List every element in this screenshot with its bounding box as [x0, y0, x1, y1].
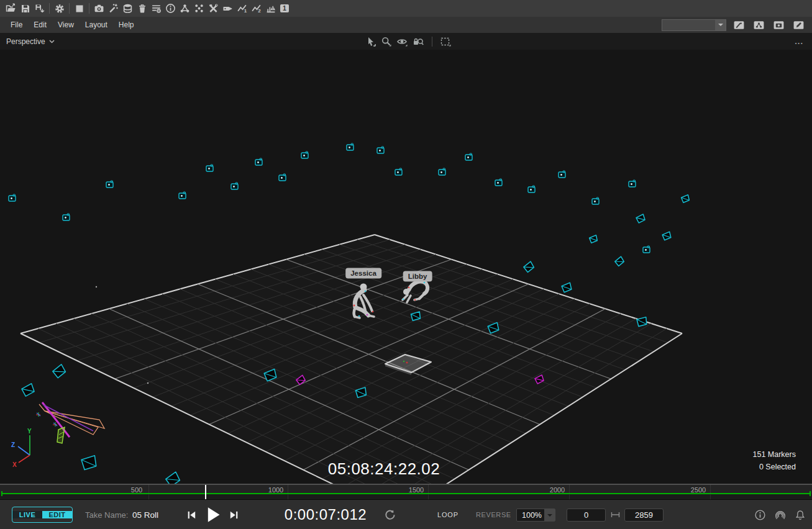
data-streaming-icon[interactable]: [121, 1, 135, 16]
labeling-tag-icon[interactable]: [221, 1, 235, 16]
range-end-input[interactable]: [624, 509, 664, 522]
stop-rectangle-icon[interactable]: [72, 1, 86, 16]
tools-icon[interactable]: [206, 1, 221, 16]
scene-canvas[interactable]: Y Z X: [0, 33, 812, 484]
playback-speed-select[interactable]: 100%: [516, 509, 555, 522]
stray-marker-dot: [96, 286, 97, 287]
skeleton-label-libby[interactable]: Libby: [403, 271, 432, 282]
skip-to-end-button[interactable]: [229, 500, 239, 529]
live-edit-toggle[interactable]: LIVE EDIT: [12, 507, 73, 523]
timeline-tick-mark: [288, 485, 288, 499]
calibration-wand-icon[interactable]: [106, 1, 121, 16]
rigid-body-marker[interactable]: [614, 256, 625, 267]
chevron-down-icon[interactable]: [715, 20, 726, 30]
live-mode-button[interactable]: LIVE: [12, 511, 42, 518]
info-icon[interactable]: [163, 1, 178, 16]
save-icon[interactable]: [18, 1, 32, 16]
rigid-body-marker[interactable]: [22, 384, 35, 397]
timeline-playhead[interactable]: [205, 485, 206, 499]
chevron-down-icon[interactable]: [544, 509, 555, 521]
playback-timecode: 0:00:07:012: [278, 500, 373, 529]
camera-marker[interactable]: [255, 158, 262, 165]
layout-dropdown[interactable]: [662, 19, 726, 31]
view-selector[interactable]: Perspective: [0, 37, 55, 46]
camera-marker[interactable]: [106, 181, 113, 188]
menu-view[interactable]: View: [52, 20, 80, 29]
camera-marker[interactable]: [465, 153, 472, 160]
timeline-tick-mark: [428, 485, 429, 499]
timeline-ruler[interactable]: 5001000150020002500: [0, 484, 812, 499]
skip-to-start-button[interactable]: [186, 500, 197, 529]
camera-marker[interactable]: [279, 174, 286, 181]
panel-wand-icon[interactable]: [732, 18, 746, 32]
camera-marker[interactable]: [63, 214, 70, 220]
builder-network-icon[interactable]: [178, 1, 192, 16]
camera-marker[interactable]: [643, 246, 650, 253]
chevron-down-icon: [49, 40, 55, 43]
axis-z-label: Z: [11, 441, 15, 448]
rigid-body-marker[interactable]: [165, 471, 180, 484]
camera-marker[interactable]: [528, 186, 535, 192]
rigid-body-marker[interactable]: [52, 364, 66, 379]
camera-marker[interactable]: [206, 165, 213, 171]
zoom-magnifier-icon[interactable]: [381, 36, 392, 47]
camera-icon[interactable]: [92, 1, 106, 16]
marquee-select-icon[interactable]: [440, 36, 452, 47]
viewport-overflow-menu[interactable]: ...: [795, 33, 803, 50]
info-icon[interactable]: [754, 509, 766, 521]
play-button[interactable]: [205, 500, 221, 529]
select-cursor-icon[interactable]: [365, 36, 376, 47]
viewport-toolbar-separator: [432, 37, 432, 47]
take-name-value[interactable]: 05 Roll: [132, 500, 158, 529]
camera-marker[interactable]: [347, 143, 354, 150]
camera-marker[interactable]: [377, 147, 384, 153]
camera-marker[interactable]: [179, 192, 186, 199]
camera-marker[interactable]: [231, 183, 238, 189]
menu-edit[interactable]: Edit: [28, 20, 52, 29]
reverse-toggle[interactable]: REVERSE: [476, 500, 511, 529]
rigid-body-marker[interactable]: [523, 261, 535, 273]
graph-1-icon[interactable]: 1: [235, 1, 249, 16]
status-badge[interactable]: 1: [280, 4, 289, 12]
rigid-body-marker[interactable]: [80, 454, 98, 472]
refresh-cycle-icon[interactable]: [384, 500, 396, 529]
rigid-body-marker[interactable]: [681, 194, 690, 203]
panel-builder-icon[interactable]: [752, 18, 766, 32]
camera-marker[interactable]: [9, 194, 16, 201]
list-settings-icon[interactable]: [149, 1, 163, 16]
camera-marker[interactable]: [629, 180, 636, 187]
range-start-input[interactable]: [567, 509, 606, 522]
camera-marker[interactable]: [559, 171, 565, 178]
camera-marker[interactable]: [439, 168, 445, 175]
menu-help[interactable]: Help: [113, 20, 140, 29]
panel-camera-icon[interactable]: [772, 18, 786, 32]
rigid-body-marker[interactable]: [636, 214, 645, 223]
panel-edit-icon[interactable]: [791, 18, 806, 32]
save-increment-icon[interactable]: [32, 1, 47, 16]
viewport-3d[interactable]: Perspective ...: [0, 33, 812, 484]
menu-file[interactable]: File: [5, 20, 28, 29]
rigid-body-marker[interactable]: [561, 282, 572, 292]
menu-layout[interactable]: Layout: [80, 20, 113, 29]
delete-bin-icon[interactable]: [135, 1, 149, 16]
axis-gizmo: Y Z X: [11, 428, 32, 468]
markers-scatter-icon[interactable]: [192, 1, 206, 16]
graph-2-icon[interactable]: 2: [249, 1, 263, 16]
edit-mode-button[interactable]: EDIT: [42, 511, 72, 518]
rigid-body-marker[interactable]: [662, 232, 672, 241]
settings-gear-icon[interactable]: [52, 1, 66, 16]
timeline-track: [0, 494, 812, 499]
skeleton-label-jessica[interactable]: Jessica: [345, 268, 381, 279]
loop-toggle[interactable]: LOOP: [437, 500, 458, 529]
camera-marker[interactable]: [495, 179, 502, 186]
visibility-eye-icon[interactable]: [396, 36, 408, 47]
notifications-bell-icon[interactable]: [795, 509, 806, 521]
zoom-lock-icon[interactable]: [413, 36, 424, 47]
camera-marker[interactable]: [395, 168, 402, 175]
open-file-icon[interactable]: [4, 1, 18, 16]
camera-marker[interactable]: [592, 197, 599, 204]
log-warning-icon[interactable]: [263, 1, 278, 16]
rigid-body-marker[interactable]: [589, 235, 598, 243]
camera-marker[interactable]: [301, 151, 308, 158]
broadcast-icon[interactable]: [774, 509, 787, 521]
